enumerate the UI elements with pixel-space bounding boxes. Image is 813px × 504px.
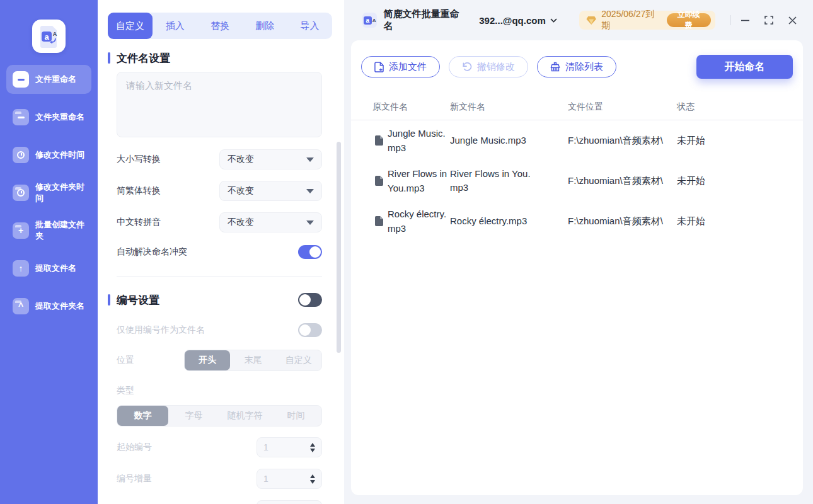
tab-delete[interactable]: 删除 bbox=[243, 13, 287, 39]
chevron-down-icon bbox=[550, 18, 557, 23]
cell-location: F:\zhuomian\音频素材\ bbox=[568, 215, 677, 227]
close-button[interactable] bbox=[783, 11, 802, 30]
cell-original-name: Jungle Music.mp3 bbox=[351, 126, 450, 156]
start-number-input[interactable] bbox=[263, 442, 310, 452]
panel-scrollbar-thumb[interactable] bbox=[337, 142, 341, 353]
sidebar-item-label: 批量创建文件夹 bbox=[35, 219, 91, 242]
titlebar-divider bbox=[730, 15, 731, 25]
sidebar-item-file-rename[interactable]: 文件重命名 bbox=[6, 65, 91, 94]
sidebar-item-folder-time[interactable]: 修改文件夹时间 bbox=[6, 178, 91, 207]
digits-field bbox=[257, 500, 322, 504]
position-row: 位置 开头 末尾 自定义 bbox=[117, 350, 322, 371]
sidebar-item-extract-foldername[interactable]: ^ 提取文件夹名 bbox=[6, 292, 91, 321]
sidebar-item-label: 文件重命名 bbox=[35, 74, 76, 85]
only-number-toggle[interactable] bbox=[298, 323, 322, 337]
rename-mode-tabs: 自定义 插入 替换 删除 导入 bbox=[108, 13, 332, 39]
vip-gem-icon bbox=[586, 16, 597, 25]
svg-text:A: A bbox=[52, 31, 57, 37]
start-rename-button[interactable]: 开始命名 bbox=[696, 55, 793, 79]
only-number-row: 仅使用编号作为文件名 bbox=[117, 323, 322, 337]
tab-import[interactable]: 导入 bbox=[287, 13, 332, 39]
case-convert-label: 大小写转换 bbox=[117, 154, 161, 165]
sidebar-item-label: 提取文件夹名 bbox=[35, 301, 84, 312]
file-list-card: 添加文件 撤销修改 清除列表 开始命 bbox=[351, 40, 803, 495]
extract-filename-icon: ↑ bbox=[13, 260, 29, 277]
select-value: 不改变 bbox=[228, 217, 254, 228]
sidebar-item-file-time[interactable]: 修改文件时间 bbox=[6, 140, 91, 169]
sidebar-item-folder-rename[interactable]: 文件夹重命名 bbox=[6, 103, 91, 132]
numbering-section-header: 编号设置 bbox=[108, 292, 322, 307]
vip-expiry-text: 2025/06/27到期 bbox=[601, 9, 661, 32]
account-dropdown[interactable]: 392...@qq.com bbox=[479, 15, 557, 26]
section-accent-bar bbox=[108, 52, 110, 64]
sidebar: a A 文件重命名 文件夹重命名 修改文件时间 修改文件夹时间 bbox=[0, 0, 98, 504]
sidebar-item-label: 文件夹重命名 bbox=[35, 112, 84, 123]
stepper-arrows[interactable] bbox=[310, 474, 315, 484]
type-option-letter[interactable]: 字母 bbox=[168, 406, 219, 426]
type-option-number[interactable]: 数字 bbox=[117, 406, 168, 426]
filename-section-header: 文件名设置 bbox=[108, 52, 322, 64]
account-email: 392...@qq.com bbox=[479, 15, 546, 26]
type-option-random[interactable]: 随机字符 bbox=[219, 406, 270, 426]
traditional-convert-row: 简繁体转换 不改变 bbox=[117, 181, 322, 201]
position-option-start[interactable]: 开头 bbox=[185, 350, 230, 370]
cell-status: 未开始 bbox=[677, 135, 803, 147]
traditional-convert-select[interactable]: 不改变 bbox=[219, 181, 322, 201]
conflict-toggle[interactable] bbox=[298, 245, 322, 259]
tab-replace[interactable]: 替换 bbox=[197, 13, 242, 39]
cell-status: 未开始 bbox=[677, 215, 803, 227]
file-icon bbox=[375, 216, 383, 226]
table-header: 原文件名 新文件名 文件位置 状态 bbox=[351, 94, 803, 120]
chevron-down-icon bbox=[306, 189, 314, 193]
select-value: 不改变 bbox=[228, 154, 254, 165]
numbering-toggle[interactable] bbox=[298, 293, 322, 307]
increment-field bbox=[257, 469, 322, 489]
select-value: 不改变 bbox=[228, 185, 254, 197]
tab-custom[interactable]: 自定义 bbox=[108, 13, 153, 39]
position-option-custom[interactable]: 自定义 bbox=[276, 350, 321, 370]
case-convert-select[interactable]: 不改变 bbox=[219, 149, 322, 169]
folder-rename-icon bbox=[13, 109, 29, 125]
type-option-time[interactable]: 时间 bbox=[270, 406, 321, 426]
cell-new-name: Rocky électry.mp3 bbox=[450, 214, 538, 229]
renew-button[interactable]: 立即续费 bbox=[667, 13, 712, 27]
cell-new-name: River Flows in You.mp3 bbox=[450, 167, 538, 195]
sidebar-item-label: 提取文件名 bbox=[35, 263, 76, 274]
position-label: 位置 bbox=[117, 355, 134, 366]
increment-label: 编号增量 bbox=[117, 473, 152, 484]
file-icon bbox=[375, 176, 383, 186]
tab-insert[interactable]: 插入 bbox=[153, 13, 197, 39]
minimize-button[interactable] bbox=[736, 11, 754, 30]
table-row[interactable]: Jungle Music.mp3 Jungle Music.mp3 F:\zhu… bbox=[351, 120, 803, 161]
minimize-icon bbox=[741, 20, 749, 21]
table-row[interactable]: Rocky électry.mp3 Rocky électry.mp3 F:\z… bbox=[351, 201, 803, 241]
new-filename-input[interactable] bbox=[117, 72, 322, 137]
cell-original-name: Rocky électry.mp3 bbox=[351, 207, 450, 236]
increment-input[interactable] bbox=[263, 474, 310, 484]
app-logo: a A bbox=[32, 20, 66, 53]
settings-panel: 自定义 插入 替换 删除 导入 文件名设置 大小写转换 不改变 简繁体转换 不改… bbox=[98, 0, 344, 504]
maximize-button[interactable] bbox=[759, 11, 778, 30]
main-area: aA 简鹿文件批量重命名 392...@qq.com 2025/06/27到期 … bbox=[344, 0, 813, 504]
clear-list-button[interactable]: 清除列表 bbox=[537, 56, 616, 77]
undo-icon bbox=[462, 62, 472, 71]
undo-button[interactable]: 撤销修改 bbox=[449, 56, 528, 77]
titlebar: aA 简鹿文件批量重命名 392...@qq.com 2025/06/27到期 … bbox=[344, 0, 813, 40]
toolbar: 添加文件 撤销修改 清除列表 开始命 bbox=[351, 40, 803, 79]
sidebar-item-extract-filename[interactable]: ↑ 提取文件名 bbox=[6, 254, 91, 283]
start-number-field bbox=[257, 437, 322, 457]
traditional-convert-label: 简繁体转换 bbox=[117, 185, 161, 197]
header-status: 状态 bbox=[677, 101, 803, 113]
clear-list-icon bbox=[550, 62, 560, 72]
conflict-toggle-row: 自动解决命名冲突 bbox=[117, 245, 322, 259]
pinyin-convert-select[interactable]: 不改变 bbox=[219, 212, 322, 232]
stepper-arrows[interactable] bbox=[310, 443, 315, 452]
type-label: 类型 bbox=[117, 385, 322, 396]
file-time-icon bbox=[13, 147, 29, 163]
table-row[interactable]: River Flows in You.mp3 River Flows in Yo… bbox=[351, 161, 803, 201]
logo-icon: a A bbox=[38, 25, 61, 49]
sidebar-item-create-folders[interactable]: + 批量创建文件夹 bbox=[6, 216, 91, 245]
position-option-end[interactable]: 末尾 bbox=[230, 350, 275, 370]
conflict-label: 自动解决命名冲突 bbox=[117, 246, 187, 258]
add-files-button[interactable]: 添加文件 bbox=[361, 56, 440, 77]
